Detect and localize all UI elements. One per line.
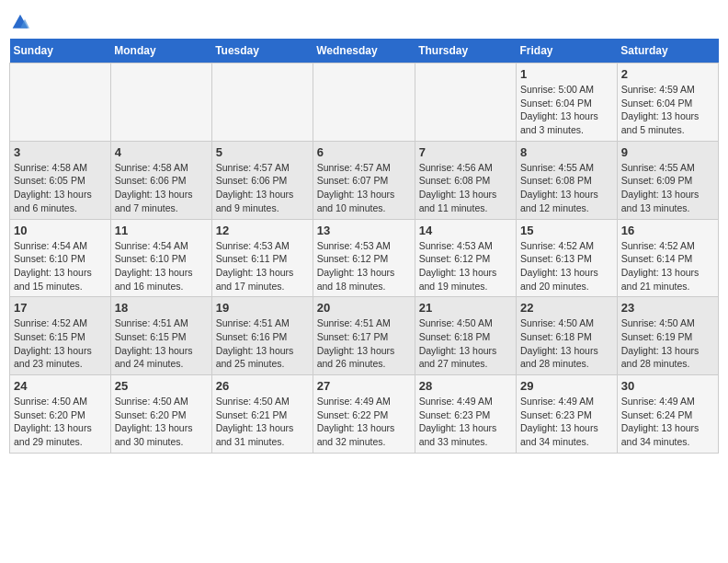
day-number: 30: [621, 379, 714, 393]
day-header-friday: Friday: [517, 39, 618, 63]
day-info: Sunrise: 4:56 AMSunset: 6:08 PMDaylight:…: [419, 161, 512, 215]
day-number: 20: [317, 301, 411, 315]
calendar-cell: 16Sunrise: 4:52 AMSunset: 6:14 PMDayligh…: [617, 219, 718, 297]
calendar-cell: [415, 63, 516, 142]
day-number: 24: [14, 379, 107, 393]
day-number: 17: [14, 301, 107, 315]
day-info: Sunrise: 4:57 AMSunset: 6:06 PMDaylight:…: [216, 161, 309, 215]
calendar-cell: 24Sunrise: 4:50 AMSunset: 6:20 PMDayligh…: [10, 375, 111, 454]
day-number: 28: [419, 379, 512, 393]
day-number: 8: [520, 145, 613, 159]
day-info: Sunrise: 4:51 AMSunset: 6:17 PMDaylight:…: [317, 316, 411, 371]
logo: [9, 13, 29, 31]
day-info: Sunrise: 4:50 AMSunset: 6:18 PMDaylight:…: [520, 316, 613, 371]
calendar-cell: 9Sunrise: 4:55 AMSunset: 6:09 PMDaylight…: [617, 141, 718, 219]
week-row-1: 1Sunrise: 5:00 AMSunset: 6:04 PMDaylight…: [10, 63, 719, 142]
calendar-cell: 10Sunrise: 4:54 AMSunset: 6:10 PMDayligh…: [10, 219, 111, 297]
calendar-cell: 14Sunrise: 4:53 AMSunset: 6:12 PMDayligh…: [415, 219, 516, 297]
day-info: Sunrise: 4:55 AMSunset: 6:08 PMDaylight:…: [520, 161, 613, 215]
day-number: 1: [520, 67, 613, 81]
calendar-cell: 6Sunrise: 4:57 AMSunset: 6:07 PMDaylight…: [313, 141, 415, 219]
day-info: Sunrise: 4:49 AMSunset: 6:24 PMDaylight:…: [621, 395, 714, 449]
day-number: 2: [621, 67, 714, 81]
day-info: Sunrise: 4:57 AMSunset: 6:07 PMDaylight:…: [317, 161, 411, 215]
day-info: Sunrise: 4:49 AMSunset: 6:22 PMDaylight:…: [317, 395, 411, 449]
week-row-2: 3Sunrise: 4:58 AMSunset: 6:05 PMDaylight…: [10, 141, 719, 219]
day-number: 11: [115, 224, 208, 237]
day-number: 29: [520, 379, 613, 393]
calendar-cell: 30Sunrise: 4:49 AMSunset: 6:24 PMDayligh…: [617, 375, 718, 454]
day-header-monday: Monday: [110, 39, 211, 63]
calendar-cell: 26Sunrise: 4:50 AMSunset: 6:21 PMDayligh…: [211, 375, 313, 454]
day-number: 7: [419, 145, 512, 159]
day-number: 6: [317, 145, 411, 159]
day-number: 14: [419, 224, 512, 237]
day-info: Sunrise: 4:58 AMSunset: 6:05 PMDaylight:…: [14, 161, 107, 215]
day-header-tuesday: Tuesday: [211, 39, 313, 63]
day-number: 26: [216, 379, 309, 393]
header: [9, 9, 719, 31]
calendar-cell: [211, 63, 313, 142]
calendar-cell: 17Sunrise: 4:52 AMSunset: 6:15 PMDayligh…: [10, 297, 111, 375]
day-number: 21: [419, 301, 512, 315]
day-number: 10: [14, 224, 107, 237]
day-header-wednesday: Wednesday: [313, 39, 415, 63]
day-info: Sunrise: 4:55 AMSunset: 6:09 PMDaylight:…: [621, 161, 714, 215]
calendar-cell: 11Sunrise: 4:54 AMSunset: 6:10 PMDayligh…: [110, 219, 211, 297]
calendar-cell: 8Sunrise: 4:55 AMSunset: 6:08 PMDaylight…: [517, 141, 618, 219]
day-info: Sunrise: 4:49 AMSunset: 6:23 PMDaylight:…: [419, 395, 512, 449]
day-number: 13: [317, 224, 411, 237]
calendar-cell: 29Sunrise: 4:49 AMSunset: 6:23 PMDayligh…: [517, 375, 618, 454]
day-number: 22: [520, 301, 613, 315]
calendar-cell: 2Sunrise: 4:59 AMSunset: 6:04 PMDaylight…: [617, 63, 718, 142]
day-header-thursday: Thursday: [415, 39, 516, 63]
day-info: Sunrise: 4:54 AMSunset: 6:10 PMDaylight:…: [14, 239, 107, 293]
day-header-sunday: Sunday: [10, 39, 111, 63]
calendar-cell: 13Sunrise: 4:53 AMSunset: 6:12 PMDayligh…: [313, 219, 415, 297]
day-info: Sunrise: 4:53 AMSunset: 6:12 PMDaylight:…: [419, 239, 512, 293]
calendar-cell: 3Sunrise: 4:58 AMSunset: 6:05 PMDaylight…: [10, 141, 111, 219]
day-number: 4: [115, 145, 208, 159]
day-number: 9: [621, 145, 714, 159]
day-info: Sunrise: 4:52 AMSunset: 6:14 PMDaylight:…: [621, 239, 714, 293]
calendar-cell: 4Sunrise: 4:58 AMSunset: 6:06 PMDaylight…: [110, 141, 211, 219]
calendar-cell: [313, 63, 415, 142]
day-number: 19: [216, 301, 309, 315]
week-row-3: 10Sunrise: 4:54 AMSunset: 6:10 PMDayligh…: [10, 219, 719, 297]
calendar-cell: 5Sunrise: 4:57 AMSunset: 6:06 PMDaylight…: [211, 141, 313, 219]
calendar-cell: 20Sunrise: 4:51 AMSunset: 6:17 PMDayligh…: [313, 297, 415, 375]
day-number: 15: [520, 224, 613, 237]
calendar-cell: [10, 63, 111, 142]
day-info: Sunrise: 4:51 AMSunset: 6:16 PMDaylight:…: [216, 316, 309, 371]
day-header-saturday: Saturday: [617, 39, 718, 63]
day-number: 12: [216, 224, 309, 237]
calendar-cell: 12Sunrise: 4:53 AMSunset: 6:11 PMDayligh…: [211, 219, 313, 297]
calendar-cell: 21Sunrise: 4:50 AMSunset: 6:18 PMDayligh…: [415, 297, 516, 375]
day-info: Sunrise: 5:00 AMSunset: 6:04 PMDaylight:…: [520, 83, 613, 137]
day-number: 5: [216, 145, 309, 159]
calendar-cell: 27Sunrise: 4:49 AMSunset: 6:22 PMDayligh…: [313, 375, 415, 454]
day-info: Sunrise: 4:54 AMSunset: 6:10 PMDaylight:…: [115, 239, 208, 293]
day-number: 18: [115, 301, 208, 315]
day-info: Sunrise: 4:50 AMSunset: 6:18 PMDaylight:…: [419, 316, 512, 371]
day-number: 27: [317, 379, 411, 393]
days-header-row: SundayMondayTuesdayWednesdayThursdayFrid…: [10, 39, 719, 63]
week-row-4: 17Sunrise: 4:52 AMSunset: 6:15 PMDayligh…: [10, 297, 719, 375]
day-info: Sunrise: 4:50 AMSunset: 6:20 PMDaylight:…: [14, 395, 107, 449]
day-info: Sunrise: 4:52 AMSunset: 6:15 PMDaylight:…: [14, 316, 107, 371]
day-info: Sunrise: 4:50 AMSunset: 6:19 PMDaylight:…: [621, 316, 714, 371]
day-info: Sunrise: 4:59 AMSunset: 6:04 PMDaylight:…: [621, 83, 714, 137]
week-row-5: 24Sunrise: 4:50 AMSunset: 6:20 PMDayligh…: [10, 375, 719, 454]
day-number: 16: [621, 224, 714, 237]
calendar-cell: 19Sunrise: 4:51 AMSunset: 6:16 PMDayligh…: [211, 297, 313, 375]
calendar-table: SundayMondayTuesdayWednesdayThursdayFrid…: [9, 39, 719, 454]
logo-icon: [11, 13, 29, 31]
day-info: Sunrise: 4:58 AMSunset: 6:06 PMDaylight:…: [115, 161, 208, 215]
calendar-cell: 23Sunrise: 4:50 AMSunset: 6:19 PMDayligh…: [617, 297, 718, 375]
day-info: Sunrise: 4:53 AMSunset: 6:11 PMDaylight:…: [216, 239, 309, 293]
day-info: Sunrise: 4:50 AMSunset: 6:20 PMDaylight:…: [115, 395, 208, 449]
day-number: 23: [621, 301, 714, 315]
day-info: Sunrise: 4:53 AMSunset: 6:12 PMDaylight:…: [317, 239, 411, 293]
calendar-cell: 7Sunrise: 4:56 AMSunset: 6:08 PMDaylight…: [415, 141, 516, 219]
day-number: 3: [14, 145, 107, 159]
